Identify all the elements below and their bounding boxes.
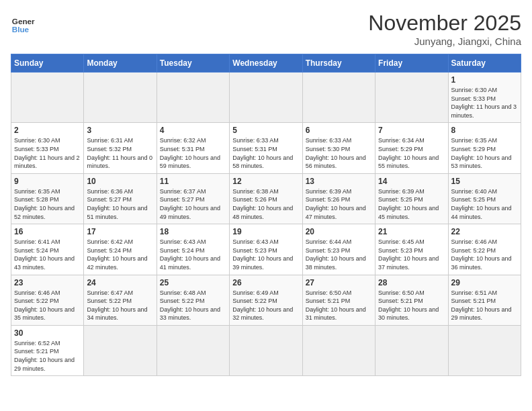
calendar-cell: 9Sunrise: 6:35 AM Sunset: 5:28 PM Daylig… (11, 173, 84, 224)
day-number: 3 (87, 126, 153, 135)
weekday-header-monday: Monday (84, 54, 157, 73)
calendar-cell (84, 325, 157, 375)
day-info: Sunrise: 6:33 AM Sunset: 5:31 PM Dayligh… (232, 136, 299, 170)
day-number: 24 (87, 278, 153, 287)
day-info: Sunrise: 6:35 AM Sunset: 5:29 PM Dayligh… (451, 136, 518, 170)
day-number: 17 (87, 227, 153, 236)
calendar-cell: 11Sunrise: 6:37 AM Sunset: 5:27 PM Dayli… (157, 173, 229, 224)
day-info: Sunrise: 6:38 AM Sunset: 5:26 PM Dayligh… (232, 187, 299, 221)
calendar-cell: 21Sunrise: 6:45 AM Sunset: 5:23 PM Dayli… (375, 224, 448, 275)
calendar-cell: 6Sunrise: 6:33 AM Sunset: 5:30 PM Daylig… (302, 123, 375, 173)
calendar-cell: 7Sunrise: 6:34 AM Sunset: 5:29 PM Daylig… (375, 123, 448, 173)
day-number: 28 (378, 278, 445, 287)
day-info: Sunrise: 6:37 AM Sunset: 5:27 PM Dayligh… (160, 187, 226, 221)
day-number: 8 (451, 126, 518, 135)
calendar-cell (230, 325, 302, 375)
calendar-cell: 8Sunrise: 6:35 AM Sunset: 5:29 PM Daylig… (448, 123, 521, 173)
weekday-header-thursday: Thursday (302, 54, 375, 73)
day-info: Sunrise: 6:39 AM Sunset: 5:25 PM Dayligh… (378, 187, 445, 221)
day-number: 18 (160, 227, 226, 236)
calendar-cell (448, 325, 521, 375)
day-number: 23 (14, 278, 81, 287)
day-info: Sunrise: 6:42 AM Sunset: 5:24 PM Dayligh… (87, 238, 153, 271)
day-number: 20 (306, 227, 372, 236)
calendar-cell: 2Sunrise: 6:30 AM Sunset: 5:33 PM Daylig… (11, 123, 84, 173)
calendar-cell: 1Sunrise: 6:30 AM Sunset: 5:33 PM Daylig… (448, 73, 521, 123)
calendar-cell: 12Sunrise: 6:38 AM Sunset: 5:26 PM Dayli… (230, 173, 302, 224)
day-info: Sunrise: 6:36 AM Sunset: 5:27 PM Dayligh… (87, 187, 153, 221)
calendar-cell: 19Sunrise: 6:43 AM Sunset: 5:23 PM Dayli… (230, 224, 302, 275)
weekday-header-row: SundayMondayTuesdayWednesdayThursdayFrid… (11, 54, 521, 73)
calendar-cell: 24Sunrise: 6:47 AM Sunset: 5:22 PM Dayli… (84, 275, 157, 325)
weekday-header-sunday: Sunday (11, 54, 84, 73)
calendar-cell (375, 73, 448, 123)
day-info: Sunrise: 6:46 AM Sunset: 5:22 PM Dayligh… (14, 289, 81, 322)
day-number: 21 (378, 227, 445, 236)
calendar-cell: 28Sunrise: 6:50 AM Sunset: 5:21 PM Dayli… (375, 275, 448, 325)
logo: General Blue (11, 11, 35, 35)
day-number: 12 (232, 177, 299, 186)
calendar-cell (157, 325, 229, 375)
calendar-cell (302, 73, 375, 123)
calendar-cell: 16Sunrise: 6:41 AM Sunset: 5:24 PM Dayli… (11, 224, 84, 275)
day-info: Sunrise: 6:51 AM Sunset: 5:21 PM Dayligh… (451, 289, 518, 322)
day-info: Sunrise: 6:45 AM Sunset: 5:23 PM Dayligh… (378, 238, 445, 271)
page-header: General Blue November 2025 Junyang, Jian… (11, 11, 521, 47)
calendar-cell: 20Sunrise: 6:44 AM Sunset: 5:23 PM Dayli… (302, 224, 375, 275)
weekday-header-friday: Friday (375, 54, 448, 73)
day-info: Sunrise: 6:32 AM Sunset: 5:31 PM Dayligh… (160, 136, 226, 170)
day-info: Sunrise: 6:43 AM Sunset: 5:24 PM Dayligh… (160, 238, 226, 271)
calendar-cell: 23Sunrise: 6:46 AM Sunset: 5:22 PM Dayli… (11, 275, 84, 325)
day-info: Sunrise: 6:50 AM Sunset: 5:21 PM Dayligh… (306, 289, 372, 322)
calendar-cell: 3Sunrise: 6:31 AM Sunset: 5:32 PM Daylig… (84, 123, 157, 173)
day-number: 11 (160, 177, 226, 186)
calendar-week-0: 1Sunrise: 6:30 AM Sunset: 5:33 PM Daylig… (11, 73, 521, 123)
logo-icon: General Blue (11, 11, 35, 35)
day-info: Sunrise: 6:40 AM Sunset: 5:25 PM Dayligh… (451, 187, 518, 221)
calendar-table: SundayMondayTuesdayWednesdayThursdayFrid… (11, 54, 521, 376)
day-number: 26 (232, 278, 299, 287)
svg-text:Blue: Blue (12, 25, 30, 34)
location: Junyang, Jiangxi, China (368, 36, 521, 47)
day-number: 10 (87, 177, 153, 186)
title-block: November 2025 Junyang, Jiangxi, China (368, 11, 521, 47)
weekday-header-wednesday: Wednesday (230, 54, 302, 73)
day-number: 30 (14, 328, 81, 338)
calendar-cell (302, 325, 375, 375)
calendar-cell: 4Sunrise: 6:32 AM Sunset: 5:31 PM Daylig… (157, 123, 229, 173)
calendar-cell (11, 73, 84, 123)
day-info: Sunrise: 6:30 AM Sunset: 5:33 PM Dayligh… (451, 86, 518, 120)
calendar-cell (375, 325, 448, 375)
day-number: 9 (14, 177, 81, 186)
calendar-body: 1Sunrise: 6:30 AM Sunset: 5:33 PM Daylig… (11, 73, 521, 376)
calendar-week-5: 30Sunrise: 6:52 AM Sunset: 5:21 PM Dayli… (11, 325, 521, 375)
calendar-week-1: 2Sunrise: 6:30 AM Sunset: 5:33 PM Daylig… (11, 123, 521, 173)
day-info: Sunrise: 6:47 AM Sunset: 5:22 PM Dayligh… (87, 289, 153, 322)
day-info: Sunrise: 6:35 AM Sunset: 5:28 PM Dayligh… (14, 187, 81, 221)
calendar-cell: 18Sunrise: 6:43 AM Sunset: 5:24 PM Dayli… (157, 224, 229, 275)
day-number: 29 (451, 278, 518, 287)
calendar-cell: 17Sunrise: 6:42 AM Sunset: 5:24 PM Dayli… (84, 224, 157, 275)
calendar-cell (84, 73, 157, 123)
day-number: 6 (306, 126, 372, 135)
day-number: 2 (14, 126, 81, 135)
day-number: 25 (160, 278, 226, 287)
day-number: 15 (451, 177, 518, 186)
day-number: 27 (306, 278, 372, 287)
day-info: Sunrise: 6:31 AM Sunset: 5:32 PM Dayligh… (87, 136, 153, 170)
calendar-cell: 27Sunrise: 6:50 AM Sunset: 5:21 PM Dayli… (302, 275, 375, 325)
day-info: Sunrise: 6:52 AM Sunset: 5:21 PM Dayligh… (14, 339, 81, 373)
calendar-cell: 22Sunrise: 6:46 AM Sunset: 5:22 PM Dayli… (448, 224, 521, 275)
calendar-cell: 13Sunrise: 6:39 AM Sunset: 5:26 PM Dayli… (302, 173, 375, 224)
day-info: Sunrise: 6:34 AM Sunset: 5:29 PM Dayligh… (378, 136, 445, 170)
month-title: November 2025 (368, 11, 521, 36)
calendar-cell (230, 73, 302, 123)
day-number: 19 (232, 227, 299, 236)
calendar-week-3: 16Sunrise: 6:41 AM Sunset: 5:24 PM Dayli… (11, 224, 521, 275)
day-number: 13 (306, 177, 372, 186)
day-info: Sunrise: 6:49 AM Sunset: 5:22 PM Dayligh… (232, 289, 299, 322)
day-info: Sunrise: 6:50 AM Sunset: 5:21 PM Dayligh… (378, 289, 445, 322)
day-number: 16 (14, 227, 81, 236)
calendar-cell: 14Sunrise: 6:39 AM Sunset: 5:25 PM Dayli… (375, 173, 448, 224)
calendar-cell (157, 73, 229, 123)
